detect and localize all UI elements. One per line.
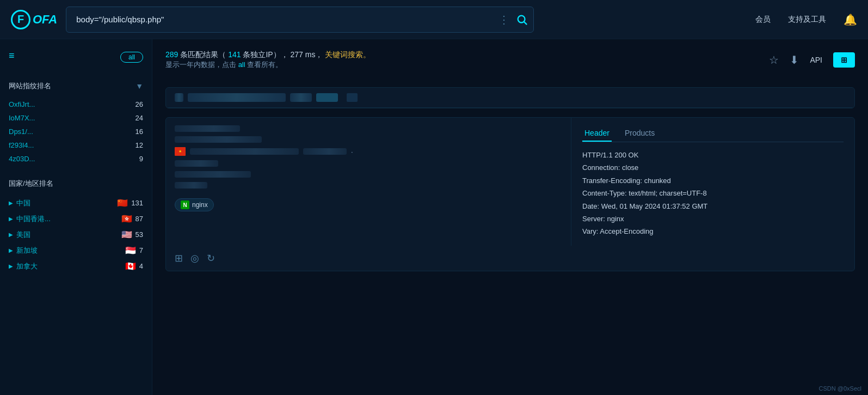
response-time: 277	[291, 50, 303, 59]
list-item[interactable]: IoM7X... 24	[9, 111, 143, 125]
keyword-search-link[interactable]: 关键词搜索。	[325, 50, 371, 59]
blur-line-3	[190, 148, 299, 155]
header: F OFA ⋮ 会员 支持及工具 🔔	[0, 0, 868, 39]
list-item[interactable]: ▶ 新加坡 🇸🇬 7	[9, 242, 143, 258]
fingerprint-list: OxfiJrt... 26 IoM7X... 24 Dps1/... 16 f2…	[9, 98, 143, 166]
blur-line-2	[175, 136, 262, 143]
api-button[interactable]: API	[810, 56, 822, 64]
result-count: 289	[165, 50, 178, 59]
header-detail: HTTP/1.1 200 OK Connection: close Transf…	[582, 149, 844, 238]
header-line-4: Content-Type: text/html; charset=UTF-8	[582, 187, 844, 199]
blur-line-6	[175, 171, 251, 178]
cn-flag-icon: ★	[175, 147, 186, 156]
header-line-6: Server: nginx	[582, 212, 844, 225]
results-area: 289 条匹配结果（ 141 条独立IP）， 277 ms， 关键词搜索。 显示…	[152, 39, 868, 395]
expand-icon: ▶	[9, 216, 13, 222]
header-line-5: Date: Wed, 01 May 2024 01:37:52 GMT	[582, 200, 844, 212]
list-item[interactable]: ▶ 加拿大 🇨🇦 4	[9, 258, 143, 274]
results-sub-text: 显示一年内数据，点击 all 查看所有。	[165, 60, 371, 70]
results-stats: 289 条匹配结果（ 141 条独立IP）， 277 ms， 关键词搜索。	[165, 50, 371, 60]
expand-icon: ▶	[9, 200, 13, 206]
header-line-2: Connection: close	[582, 161, 844, 174]
header-line-3: Transfer-Encoding: chunked	[582, 174, 844, 187]
header-line-7: Vary: Accept-Encoding	[582, 225, 844, 238]
header-nav: 会员 支持及工具 🔔	[755, 13, 857, 26]
list-item[interactable]: Dps1/... 16	[9, 125, 143, 138]
svg-line-1	[524, 22, 527, 25]
sidebar: ≡ all 网站指纹排名 ▼ OxfiJrt... 26 IoM7X... 24…	[0, 39, 152, 395]
results-header-row: 289 条匹配结果（ 141 条独立IP）， 277 ms， 关键词搜索。 显示…	[165, 50, 855, 78]
cube-icon[interactable]: ◎	[190, 252, 199, 264]
logo: F OFA	[11, 10, 57, 29]
expand-icon: ▶	[9, 247, 13, 253]
result-card-blurred	[165, 87, 855, 108]
all-filter-tag[interactable]: all	[120, 52, 143, 63]
fingerprint-filter-icon[interactable]: ▼	[136, 82, 143, 90]
header-line-1: HTTP/1.1 200 OK	[582, 149, 844, 161]
country-list: ▶ 中国 🇨🇳 131 ▶ 中国香港... 🇭🇰 87 ▶ 美国 🇺🇸 53 ▶…	[9, 195, 143, 274]
watermark: CSDN @0xSecl	[819, 385, 861, 392]
nav-tools[interactable]: 支持及工具	[788, 15, 826, 25]
blur-line-7	[175, 182, 207, 189]
filter-icon[interactable]: ≡	[9, 50, 15, 62]
svg-point-0	[518, 15, 525, 22]
search-input[interactable]	[72, 15, 498, 24]
search-more-icon[interactable]: ⋮	[498, 13, 510, 26]
download-icon[interactable]: ⬇	[790, 53, 799, 66]
search-button[interactable]	[516, 14, 528, 26]
card-actions: ⊞ ◎ ↻	[166, 252, 854, 271]
ip-count: 141	[228, 50, 241, 59]
blur-line-5	[175, 160, 218, 167]
list-item[interactable]: f293l4... 12	[9, 138, 143, 152]
detail-tabs: Header Products	[582, 125, 844, 142]
result-right-panel: Header Products HTTP/1.1 200 OK Connecti…	[571, 118, 854, 246]
notification-bell-icon[interactable]: 🔔	[844, 13, 857, 26]
nginx-badge: N nginx	[175, 198, 214, 211]
list-item[interactable]: OxfiJrt... 26	[9, 98, 143, 111]
logo-icon: F	[11, 10, 30, 29]
list-item[interactable]: ▶ 中国香港... 🇭🇰 87	[9, 211, 143, 227]
icon-placeholder	[175, 93, 183, 102]
nginx-label: nginx	[192, 201, 208, 209]
view-toggle-button[interactable]: ⊞	[833, 52, 855, 68]
search-container: ⋮	[66, 7, 534, 33]
logo-text: OFA	[33, 13, 57, 27]
refresh-icon[interactable]: ↻	[207, 252, 215, 264]
expand-icon: ▶	[9, 232, 13, 238]
nginx-icon: N	[181, 200, 189, 209]
main-content: ≡ all 网站指纹排名 ▼ OxfiJrt... 26 IoM7X... 24…	[0, 39, 868, 395]
expand-icon: ▶	[9, 263, 13, 269]
number-placeholder	[347, 93, 358, 102]
nav-member[interactable]: 会员	[755, 15, 771, 25]
result-card-header	[166, 88, 854, 108]
blur-line-1	[175, 125, 240, 132]
blur-line-4	[303, 148, 347, 155]
tab-header[interactable]: Header	[582, 125, 612, 142]
tag-placeholder	[290, 93, 312, 102]
all-link[interactable]: all	[238, 60, 245, 69]
result-left-panel: ★ · N nginx	[166, 118, 571, 246]
star-icon[interactable]: ☆	[769, 53, 779, 66]
result-card-body: ★ · N nginx	[166, 118, 854, 246]
expand-card-icon[interactable]: ⊞	[175, 252, 183, 264]
badge-placeholder	[316, 93, 338, 102]
url-placeholder	[188, 93, 286, 102]
toolbar-right: ☆ ⬇ API ⊞	[769, 50, 855, 68]
result-card-main: ★ · N nginx	[165, 117, 855, 271]
list-item[interactable]: 4z03D... 9	[9, 152, 143, 166]
country-section-title: 国家/地区排名	[9, 179, 143, 189]
list-item[interactable]: ▶ 美国 🇺🇸 53	[9, 227, 143, 242]
tab-products[interactable]: Products	[623, 125, 657, 142]
fingerprint-section-title: 网站指纹排名 ▼	[9, 81, 143, 91]
list-item[interactable]: ▶ 中国 🇨🇳 131	[9, 195, 143, 211]
